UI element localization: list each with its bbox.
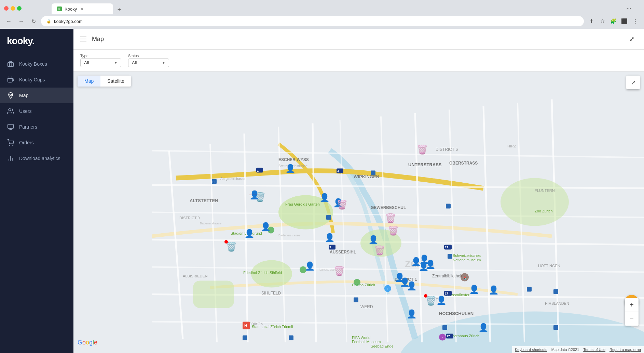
hamburger-line-1 <box>80 37 86 37</box>
marker-box-red-1[interactable]: 🗑️ <box>425 296 436 306</box>
menu-icon[interactable]: ⋮ <box>630 16 640 26</box>
svg-point-106 <box>384 285 391 292</box>
app: kooky. Kooky Boxes <box>0 29 644 353</box>
sidebar-item-orders[interactable]: Orders <box>0 135 73 151</box>
zoom-out-button[interactable]: − <box>625 312 639 326</box>
marker-box-3[interactable]: 🗑️ <box>337 199 347 210</box>
svg-text:OBERSTRASS: OBERSTRASS <box>449 161 478 166</box>
marker-person-red-2[interactable]: 👤 <box>407 281 417 291</box>
type-filter-value: All <box>84 60 89 65</box>
sidebar-toggle-icon[interactable]: ⬛ <box>619 16 629 26</box>
share-icon[interactable]: ⬆ <box>587 16 596 26</box>
marker-box-6[interactable]: 🗑️ <box>388 225 399 236</box>
type-filter-group: Type All ▼ <box>80 54 121 67</box>
marker-box-4[interactable]: 🗑️ <box>334 266 345 276</box>
marker-person-4[interactable]: 👤 <box>261 222 271 232</box>
type-filter-select[interactable]: All ▼ <box>80 58 121 67</box>
marker-person-2[interactable]: 👤 <box>319 193 330 202</box>
sidebar-item-map[interactable]: Map <box>0 88 73 103</box>
sidebar-item-kooky-cups[interactable]: Kooky Cups <box>0 72 73 88</box>
svg-rect-89 <box>354 298 358 302</box>
marker-person-17[interactable]: 👤 <box>407 309 417 319</box>
svg-text:H: H <box>244 323 247 328</box>
sidebar-item-kooky-boxes[interactable]: Kooky Boxes <box>0 56 73 72</box>
svg-text:H: H <box>213 180 215 183</box>
sidebar-item-partners[interactable]: Partners <box>0 119 73 135</box>
marker-person-1[interactable]: 👤 <box>285 164 296 173</box>
map-container[interactable]: Map Satellite ⤢ <box>73 71 644 353</box>
minimize-traffic-light[interactable] <box>11 6 15 11</box>
keyboard-shortcuts-link[interactable]: Keyboard shortcuts <box>515 348 547 352</box>
forward-button[interactable]: → <box>16 16 26 26</box>
status-filter-label: Status <box>128 54 169 58</box>
svg-rect-86 <box>553 289 558 294</box>
marker-person-red-4[interactable]: 👤 <box>425 260 436 269</box>
svg-rect-0 <box>8 63 14 67</box>
browser-toolbar: ← → ↻ 🔒 kooky2go.com ⬆ ☆ 🧩 ⬛ ⋮ <box>0 14 644 29</box>
zoom-in-button[interactable]: + <box>625 298 639 312</box>
svg-text:Badenerstrasse: Badenerstrasse <box>278 234 300 237</box>
map-tab-satellite[interactable]: Satellite <box>100 76 131 87</box>
svg-rect-37 <box>193 281 234 308</box>
extensions-icon[interactable]: 🧩 <box>608 16 618 26</box>
svg-text:ALTSTETTEN: ALTSTETTEN <box>190 198 218 203</box>
refresh-button[interactable]: ↻ <box>29 16 38 26</box>
status-filter-select[interactable]: All ▼ <box>128 58 169 67</box>
marker-box-2[interactable]: 🗑️ <box>226 241 237 252</box>
google-logo: Google <box>78 339 97 346</box>
close-traffic-light[interactable] <box>4 6 9 11</box>
svg-text:HIRZ: HIRZ <box>507 144 516 148</box>
svg-text:17: 17 <box>445 292 448 295</box>
bookmark-icon[interactable]: ☆ <box>598 16 607 26</box>
marker-person-5[interactable]: 👤 <box>325 233 335 243</box>
report-map-link[interactable]: Report a map error <box>609 348 641 352</box>
marker-person-8[interactable]: 👤 <box>368 235 379 245</box>
marker-person-7[interactable]: 👤 <box>305 261 315 271</box>
sidebar-item-download-analytics[interactable]: Download analytics <box>0 151 73 166</box>
maximize-traffic-light[interactable] <box>17 6 22 11</box>
new-tab-button[interactable]: + <box>114 5 124 14</box>
address-bar[interactable]: 🔒 kooky2go.com <box>41 16 584 26</box>
header-right: ⤢ <box>626 34 637 44</box>
terms-of-use-link[interactable]: Terms of Use <box>583 348 605 352</box>
marker-box-7[interactable]: 🗑️ <box>374 245 385 256</box>
marker-person-16[interactable]: 👤 <box>489 285 499 295</box>
svg-text:Zoo Zürich: Zoo Zürich <box>535 209 553 213</box>
marker-box-5[interactable]: 🗑️ <box>385 213 396 224</box>
marker-box-8[interactable]: 🗑️ <box>417 144 428 155</box>
tab-close-button[interactable]: × <box>80 6 84 11</box>
zoom-controls: + − <box>625 298 639 326</box>
svg-text:Zentralbibliothek: Zentralbibliothek <box>432 274 463 278</box>
browser-tab[interactable]: K Kooky × <box>52 3 113 14</box>
svg-text:WERD: WERD <box>360 304 373 309</box>
svg-text:GEWERBESCHUL: GEWERBESCHUL <box>371 205 406 210</box>
expand-button[interactable]: ⤢ <box>626 34 637 44</box>
sidebar-label-kooky-boxes: Kooky Boxes <box>19 61 47 67</box>
traffic-lights <box>4 6 22 11</box>
svg-text:Nationalmuseum: Nationalmuseum <box>453 258 481 262</box>
marker-person-14[interactable]: 👤 <box>469 285 479 294</box>
svg-text:4: 4 <box>337 170 339 173</box>
map-data-text: Map data ©2021 <box>551 348 579 352</box>
logo-text: kooky. <box>7 36 35 46</box>
sidebar-item-users[interactable]: Users <box>0 103 73 119</box>
svg-text:i: i <box>387 287 388 291</box>
marker-person-red-1[interactable]: 👤 <box>249 190 260 200</box>
hamburger-button[interactable] <box>80 37 86 41</box>
marker-person-6[interactable]: 👤 <box>244 229 255 238</box>
hamburger-line-3 <box>80 41 86 41</box>
svg-text:Stadtspital Zürich Triemli: Stadtspital Zürich Triemli <box>252 325 293 329</box>
marker-person-15[interactable]: 👤 <box>478 323 489 332</box>
partners-icon <box>7 123 14 131</box>
map-tab-map[interactable]: Map <box>78 76 100 87</box>
toolbar-actions: ⬆ ☆ 🧩 ⬛ ⋮ <box>587 16 640 26</box>
back-button[interactable]: ← <box>4 16 14 26</box>
marker-person-13[interactable]: 👤 <box>436 296 447 305</box>
tab-favicon: K <box>57 6 62 11</box>
svg-point-9 <box>10 145 10 146</box>
svg-text:AUSSERSIHL: AUSSERSIHL <box>330 250 356 254</box>
map-fullscreen-button[interactable]: ⤢ <box>626 76 640 89</box>
map-tabs: Map Satellite <box>78 76 131 87</box>
map-icon <box>7 92 14 99</box>
analytics-icon <box>7 155 14 162</box>
